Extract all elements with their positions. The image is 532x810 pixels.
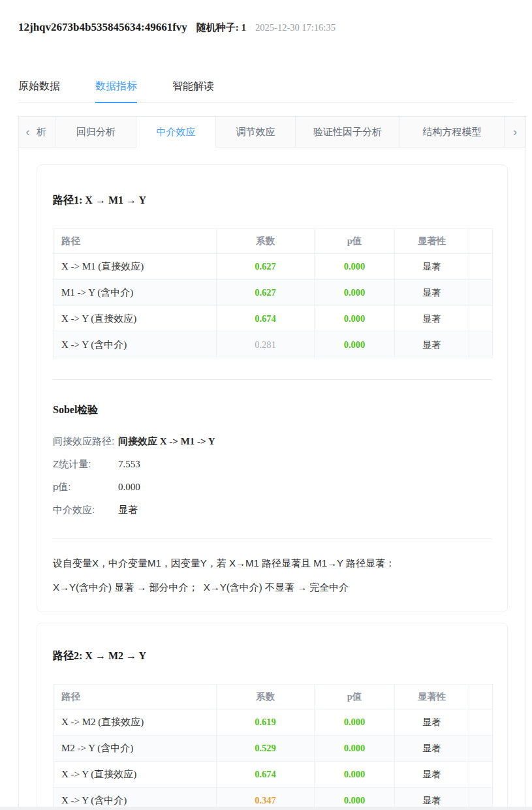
- cell-pvalue: 0.000: [315, 762, 395, 788]
- chevron-left-icon: ‹: [26, 125, 30, 139]
- table-header-row: 路径 系数 p值 显著性: [54, 685, 493, 709]
- cell-pvalue: 0.000: [315, 254, 395, 280]
- path1-title: 路径1: X → M1 → Y: [53, 194, 492, 208]
- cell-sig: 显著: [395, 788, 469, 807]
- sobel-test-title: Sobel检验: [53, 403, 492, 417]
- tab-sem[interactable]: 结构方程模型: [400, 117, 505, 148]
- cell-pvalue: 0.000: [315, 280, 395, 306]
- sobel-value: 间接效应 X -> M1 -> Y: [118, 435, 215, 448]
- cell-coef: 0.347: [217, 788, 315, 807]
- cell-coef: 0.674: [217, 762, 315, 788]
- cell-sig: 显著: [395, 254, 469, 280]
- interpretation-note: 设自变量X，中介变量M1，因变量Y，若 X→M1 路径显著且 M1→Y 路径显著…: [53, 551, 492, 599]
- table-row: X -> Y (直接效应) 0.674 0.000 显著: [54, 762, 493, 788]
- cell-path: X -> Y (直接效应): [54, 306, 217, 332]
- tab-mediation[interactable]: 中介效应: [136, 117, 216, 148]
- sobel-label: 间接效应路径:: [53, 435, 118, 448]
- cell-coef: 0.627: [217, 254, 315, 280]
- cell-pvalue: 0.000: [315, 709, 395, 736]
- cell-sig: 显著: [395, 280, 469, 306]
- sobel-row-zstat: Z统计量: 7.553: [53, 458, 492, 472]
- cell-path: X -> Y (含中介): [54, 788, 217, 807]
- cell-path: X -> Y (含中介): [54, 332, 217, 358]
- path1-card: 路径1: X → M1 → Y 路径 系数 p值 显著性 X -> M1 (直接…: [37, 164, 508, 612]
- table-row: M1 -> Y (含中介) 0.627 0.000 显著: [54, 280, 493, 306]
- cell-pvalue: 0.000: [315, 788, 395, 807]
- column-header-path: 路径: [54, 229, 217, 254]
- main-tab-bar: 原始数据 数据指标 智能解读: [18, 73, 514, 103]
- sobel-row-indirect-path: 间接效应路径: 间接效应 X -> M1 -> Y: [53, 435, 492, 449]
- divider: [53, 538, 492, 539]
- sobel-value: 0.000: [118, 482, 140, 493]
- column-header-pvalue: p值: [315, 685, 395, 709]
- note-line2: X→Y(含中介) 显著 → 部分中介； X→Y(含中介) 不显著 → 完全中介: [53, 582, 349, 593]
- cell-coef: 0.619: [217, 709, 315, 736]
- column-header-path: 路径: [54, 685, 217, 709]
- sobel-row-mediation: 中介效应: 显著: [53, 504, 492, 518]
- cell-sig: 显著: [395, 709, 469, 736]
- analysis-tab-bar: ‹ 析 回归分析 中介效应 调节效应 验证性因子分析 结构方程模型 ›: [18, 116, 526, 148]
- table-row: X -> M2 (直接效应) 0.619 0.000 显著: [54, 709, 493, 736]
- cell-sig: 显著: [395, 306, 469, 332]
- path2-table: 路径 系数 p值 显著性 X -> M2 (直接效应) 0.619 0.000 …: [53, 684, 493, 807]
- tab-ai-interpretation[interactable]: 智能解读: [172, 73, 214, 103]
- seed-label: 随机种子:: [196, 22, 239, 33]
- tab-moderation[interactable]: 调节效应: [216, 117, 296, 148]
- column-header-empty: [469, 685, 493, 709]
- cell-path: M1 -> Y (含中介): [54, 280, 217, 306]
- table-row: X -> Y (含中介) 0.281 0.000 显著: [54, 332, 493, 358]
- timestamp: 2025-12-30 17:16:35: [255, 22, 336, 33]
- sobel-label: 中介效应:: [53, 504, 118, 516]
- table-header-row: 路径 系数 p值 显著性: [54, 229, 493, 254]
- cell-coef: 0.674: [217, 306, 315, 332]
- sobel-label: p值:: [53, 481, 118, 493]
- column-header-empty: [469, 229, 493, 254]
- cell-sig: 显著: [395, 762, 469, 788]
- scroll-right-button[interactable]: ›: [505, 117, 525, 148]
- sobel-label: Z统计量:: [53, 458, 118, 471]
- table-row: X -> M1 (直接效应) 0.627 0.000 显著: [54, 254, 493, 280]
- table-row: X -> Y (含中介) 0.347 0.000 显著: [54, 788, 493, 807]
- cell-sig: 显著: [395, 332, 469, 358]
- viewport-bottom-strip: [0, 807, 532, 810]
- random-seed: 随机种子: 1: [196, 22, 246, 34]
- column-header-sig: 显著性: [395, 685, 469, 709]
- column-header-sig: 显著性: [395, 229, 469, 254]
- sobel-value: 显著: [118, 504, 138, 516]
- seed-value: 1: [242, 22, 247, 33]
- tab-raw-data[interactable]: 原始数据: [18, 73, 60, 103]
- table-row: X -> Y (直接效应) 0.674 0.000 显著: [54, 306, 493, 332]
- cell-pvalue: 0.000: [315, 736, 395, 762]
- tab-cfa[interactable]: 验证性因子分析: [296, 117, 400, 148]
- sobel-row-pvalue: p值: 0.000: [53, 481, 492, 495]
- chevron-right-icon: ›: [513, 125, 517, 139]
- tab-data-metrics[interactable]: 数据指标: [95, 73, 137, 103]
- cell-path: M2 -> Y (含中介): [54, 736, 217, 762]
- mediation-content-panel: 路径1: X → M1 → Y 路径 系数 p值 显著性 X -> M1 (直接…: [18, 148, 526, 807]
- run-id-text: 12jhqv2673b4b535845634:49661fvy: [18, 21, 187, 34]
- path2-card: 路径2: X → M2 → Y 路径 系数 p值 显著性 X -> M2 (直接…: [37, 623, 508, 807]
- cell-coef: 0.627: [217, 280, 315, 306]
- tab-regression[interactable]: 回归分析: [56, 117, 136, 148]
- sobel-results: 间接效应路径: 间接效应 X -> M1 -> Y Z统计量: 7.553 p值…: [53, 435, 492, 518]
- column-header-pvalue: p值: [315, 229, 395, 254]
- cell-coef: 0.281: [217, 332, 315, 358]
- cell-pvalue: 0.000: [315, 332, 395, 358]
- cell-coef: 0.529: [217, 736, 315, 762]
- path1-table: 路径 系数 p值 显著性 X -> M1 (直接效应) 0.627 0.000 …: [53, 228, 493, 358]
- sobel-value: 7.553: [118, 459, 140, 470]
- scroll-left-button[interactable]: ‹: [19, 117, 37, 148]
- cell-path: X -> Y (直接效应): [54, 762, 217, 788]
- path2-title: 路径2: X → M2 → Y: [53, 649, 492, 663]
- column-header-coef: 系数: [217, 685, 315, 709]
- column-header-coef: 系数: [217, 229, 315, 254]
- table-row: M2 -> Y (含中介) 0.529 0.000 显著: [54, 736, 493, 762]
- cell-path: X -> M1 (直接效应): [54, 254, 217, 280]
- divider: [53, 379, 492, 380]
- page-header: 12jhqv2673b4b535845634:49661fvy 随机种子: 1 …: [18, 21, 336, 34]
- cell-sig: 显著: [395, 736, 469, 762]
- note-line1: 设自变量X，中介变量M1，因变量Y，若 X→M1 路径显著且 M1→Y 路径显著…: [53, 557, 395, 569]
- cell-path: X -> M2 (直接效应): [54, 709, 217, 736]
- tab-clipped-analysis[interactable]: 析: [37, 117, 56, 148]
- cell-pvalue: 0.000: [315, 306, 395, 332]
